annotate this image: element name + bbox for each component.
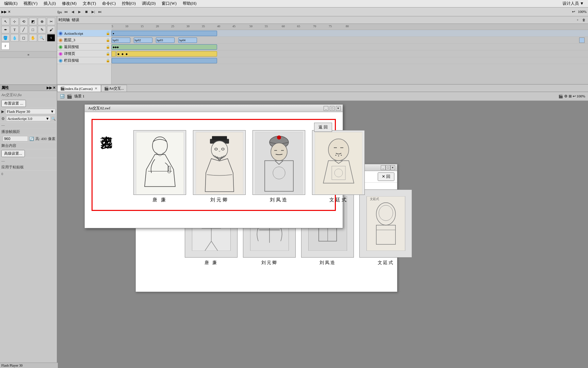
layer-row-1[interactable]: ◉ 图层_3 🔒 <box>57 37 111 44</box>
error-label: 错误 <box>72 17 79 22</box>
frame-bp01[interactable]: bp01 <box>112 37 130 43</box>
swf-window[interactable]: An交互02.swf _ □ ✕ 返 回 萍乡名人记 <box>84 104 343 228</box>
bg-minimize-btn[interactable]: _ <box>381 165 386 170</box>
pen-tool[interactable]: ✒ <box>1 26 10 33</box>
layer3-lock[interactable]: 🔒 <box>106 52 110 56</box>
subsel-tool[interactable]: ⊹ <box>11 18 19 25</box>
eyedrop-tool[interactable]: 💧 <box>11 34 19 42</box>
tl-new-layer[interactable]: + <box>575 17 581 23</box>
menu-modify[interactable]: 修改(M) <box>59 0 79 7</box>
layout-settings-btn[interactable]: 布置设置 ... <box>1 100 26 107</box>
frame-bp03[interactable]: bp03 <box>156 37 175 43</box>
bg-close-btn[interactable]: ✕ <box>390 165 395 170</box>
portrait-img-1 <box>193 130 246 195</box>
step-fwd-btn[interactable]: ▶| <box>91 9 96 15</box>
menu-window[interactable]: 窗口(W) <box>159 0 179 7</box>
hand-tool[interactable]: ✋ <box>29 34 37 42</box>
free-transform[interactable]: ⟲ <box>20 18 28 25</box>
zoom-tool[interactable]: 🔍 <box>38 34 46 42</box>
gradient-tool[interactable]: ◩ <box>29 18 37 25</box>
bg-return-btn[interactable]: ✕ 回 <box>378 172 394 181</box>
advanced-btn[interactable]: 高级设置... <box>1 150 25 157</box>
step-back-btn[interactable]: ◀ <box>70 9 76 15</box>
portrait-2[interactable]: 刘凤造 <box>252 130 305 203</box>
play-btn[interactable]: ▶ <box>77 9 82 15</box>
frame-ret[interactable]: ◆◆◆ <box>112 44 217 50</box>
bg-maximize-btn[interactable]: □ <box>386 165 390 170</box>
layer-row-4[interactable]: ◉ 栏目按钮 🔒 <box>57 57 111 64</box>
swf-minimize-btn[interactable]: _ <box>324 106 328 111</box>
paint-bucket[interactable]: 🪣 <box>1 34 10 42</box>
layer4-lock[interactable]: 🔒 <box>106 59 110 62</box>
frame-block-as[interactable]: ● <box>112 31 217 36</box>
script-dropdown[interactable]: ActionScript 3.0 ▼ <box>6 116 51 121</box>
props-expand[interactable]: ▶▶ ✕ <box>47 86 56 90</box>
3d-tool[interactable]: ⊕ <box>38 18 46 25</box>
play-fwd-btn[interactable]: ⏭ <box>97 9 103 15</box>
line-tool[interactable]: ╱ <box>20 26 28 33</box>
scene-back-btn[interactable]: 🔙 <box>60 94 65 98</box>
text-tool[interactable]: T <box>11 26 19 33</box>
menu-debug[interactable]: 调试(D) <box>139 0 159 7</box>
timeline-frames[interactable]: ● bp01 bp02 bp03 bp04 ◆◆◆ ◆ ◆ <box>112 30 588 84</box>
layer-row-2[interactable]: ◉ 返回按钮 🔒 <box>57 44 111 50</box>
frame-bp02[interactable]: bp02 <box>134 37 152 43</box>
bg-portrait-3[interactable]: 文廷式 文廷式 <box>359 189 412 266</box>
fps-input[interactable] <box>3 136 28 141</box>
portrait-0[interactable]: 唐 廉 <box>133 130 186 203</box>
play-back-btn[interactable]: ⏮ <box>63 9 69 15</box>
swf-maximize-btn[interactable]: □ <box>330 106 334 111</box>
layer-row-0[interactable]: ◉ ActionScript 🔒 <box>57 30 111 37</box>
player-dropdown[interactable]: Flash Player 30 ▼ <box>5 109 55 114</box>
designer-dropdown[interactable]: 设计人员 ▼ <box>560 0 587 7</box>
menu-command[interactable]: 命令(C) <box>99 0 118 7</box>
frame-nav[interactable] <box>112 58 217 63</box>
arrow-tool[interactable]: ↖ <box>1 18 10 25</box>
svg-text:文廷式: 文廷式 <box>370 197 379 201</box>
swf-close-btn[interactable]: ✕ <box>336 106 341 111</box>
panel-collapse[interactable]: ≡ <box>0 51 57 58</box>
fill-color[interactable]: F <box>1 42 10 50</box>
menu-insert[interactable]: 插入(I) <box>41 0 59 7</box>
canvas-tab-an[interactable]: 🎬 An交互... <box>101 85 127 92</box>
layer0-lock[interactable]: 🔒 <box>106 31 110 35</box>
eraser-tool[interactable]: ◻ <box>20 34 28 42</box>
menu-text[interactable]: 文本(T) <box>80 0 99 7</box>
return-button[interactable]: 返 回 <box>314 123 332 132</box>
frame-row-2: ◆◆◆ <box>112 44 588 50</box>
collapse-btn[interactable]: ▶▶ <box>1 10 7 14</box>
tl-delete-layer[interactable]: 🗑 <box>581 17 587 23</box>
timeline-header: 时间轴 错误 + 🗑 <box>57 16 588 24</box>
menu-edit[interactable]: 编辑(E) <box>1 0 20 7</box>
canvas-area: 🎬 index.fla (Canvas) ✕ 🎬 An交互... 🔙 🎬 场景 … <box>57 85 588 368</box>
layer-row-3[interactable]: ◉ 详情页 🔒 <box>57 50 111 57</box>
rect-tool[interactable]: □ <box>29 26 37 33</box>
menu-help[interactable]: 帮助(H) <box>180 0 199 7</box>
canvas-tab-index[interactable]: 🎬 index.fla (Canvas) ✕ <box>57 85 101 92</box>
menu-view[interactable]: 视图(V) <box>21 0 40 7</box>
canvas-tab-close-0[interactable]: ✕ <box>94 87 98 91</box>
pencil-tool[interactable]: ✎ <box>38 26 46 33</box>
swf-content: 返 回 萍乡名人记 <box>85 112 343 228</box>
frame-det[interactable]: ◆ ◆ ◆ <box>116 51 217 57</box>
layer2-lock[interactable]: 🔒 <box>106 45 110 49</box>
brush-tool[interactable]: 🖌 <box>47 26 55 33</box>
swf-title-bar[interactable]: An交互02.swf _ □ ✕ <box>85 105 343 112</box>
swf-content-inner: 返 回 萍乡名人记 <box>92 119 336 211</box>
portrait-3[interactable]: 文廷式 <box>312 130 365 203</box>
frame-row-1: bp01 bp02 bp03 bp04 <box>112 37 588 44</box>
stop-btn[interactable]: ⏹ <box>84 9 89 15</box>
fps-cycle-icon[interactable]: 🔄 <box>29 137 34 141</box>
stroke-color[interactable]: S <box>47 34 55 42</box>
lasso-tool[interactable]: ✂ <box>47 18 55 25</box>
canvas-tab-icon: 🎬 <box>60 86 65 91</box>
portrait-1[interactable]: 刘元卿 <box>193 130 246 203</box>
expand-btn[interactable]: ✕ <box>8 10 11 14</box>
layer4-icon: ◉ <box>59 58 63 63</box>
script-info-btn[interactable]: 🔍 <box>51 117 55 121</box>
svg-rect-25 <box>136 132 184 194</box>
layer1-lock[interactable]: 🔒 <box>106 38 110 42</box>
player-status: Flash Player 30 <box>1 364 22 367</box>
frame-bp04[interactable]: bp04 <box>178 37 197 43</box>
menu-control[interactable]: 控制(O) <box>119 0 138 7</box>
